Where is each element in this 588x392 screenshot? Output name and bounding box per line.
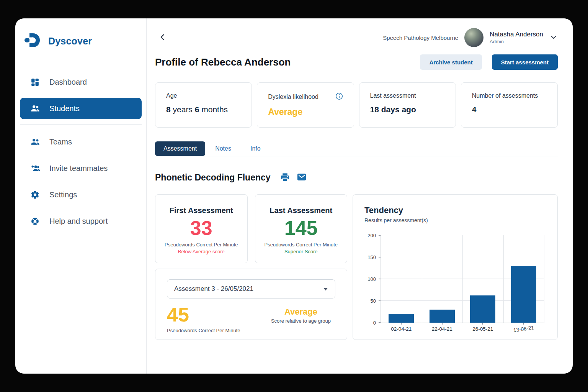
email-button[interactable] <box>296 172 307 184</box>
topbar: Speech Pathology Melbourne Natasha Ander… <box>155 18 558 48</box>
chevron-left-icon <box>158 33 167 43</box>
age-years-word: years <box>171 105 195 114</box>
stat-value-last-assessment: 18 days ago <box>370 105 445 114</box>
score-cards-row: First Assessment 33 Pseudowords Correct … <box>155 194 347 263</box>
chart-ytick-label: 150 <box>368 254 376 260</box>
desktop-background: { "brand": { "name": "Dyscover", "color"… <box>0 0 588 392</box>
chart-bar <box>470 295 495 323</box>
stat-card-age: Age 8 years 6 months <box>155 82 252 128</box>
tab-bar: Assessment Notes Info <box>155 141 558 156</box>
tab-info[interactable]: Info <box>241 141 270 156</box>
sidebar-item-dashboard[interactable]: Dashboard <box>20 71 142 93</box>
info-icon <box>335 92 343 101</box>
sidebar-item-invite-teammates[interactable]: Invite teammates <box>20 157 142 179</box>
user-name: Natasha Anderson <box>490 30 543 38</box>
page-title: Profile of Rebecca Anderson <box>155 56 291 68</box>
first-assessment-card: First Assessment 33 Pseudowords Correct … <box>155 194 248 263</box>
stat-label: Age <box>166 92 241 99</box>
chevron-down-icon <box>550 34 557 42</box>
score-unit: Pseudowords Correct Per Minute <box>160 241 243 248</box>
stat-value-age: 8 years 6 months <box>166 105 241 114</box>
chart-xtick-mark <box>442 323 443 325</box>
tab-notes[interactable]: Notes <box>206 141 240 156</box>
back-button[interactable] <box>155 30 170 45</box>
sidebar-divider <box>20 124 142 125</box>
tendency-chart-card: Tendency Results per assessment(s) 05010… <box>353 194 558 340</box>
sidebar-item-label: Settings <box>49 190 77 199</box>
stat-cards: Age 8 years 6 months Dyslexia likelihood <box>155 82 558 128</box>
chart-plot: 05010015020002-04-2122-04-2126-05-2113-0… <box>381 235 544 323</box>
score-rating: Below Average score <box>160 249 243 254</box>
selected-assessment-card: Assessment 3 - 26/05/2021 45 Pseudowords… <box>155 269 347 340</box>
stat-value-dyslexia: Average <box>268 107 343 117</box>
students-icon <box>30 103 40 114</box>
assessment-select[interactable]: Assessment 3 - 26/05/2021 <box>167 279 335 299</box>
stat-card-last-assessment: Last assessment 18 days ago <box>359 82 456 128</box>
selected-rating-block: Average Score relative to age group <box>266 305 335 325</box>
chart-ytick-label: 100 <box>368 276 376 282</box>
sidebar-item-label: Teams <box>49 138 72 146</box>
card-title: First Assessment <box>160 206 243 215</box>
chart-gridline <box>422 235 422 323</box>
chart-ytick-label: 200 <box>368 233 376 238</box>
chart-ytick-mark <box>379 235 381 236</box>
sidebar-item-help[interactable]: Help and support <box>20 210 142 232</box>
sidebar-item-label: Dashboard <box>49 78 87 87</box>
chart-bar <box>430 310 455 323</box>
stat-card-assessment-count: Number of assessments 4 <box>461 82 558 128</box>
stat-label: Last assessment <box>370 92 445 99</box>
chart-ytick-mark <box>379 300 381 301</box>
section-heading-row: Phonetic Decoding Fluency <box>155 172 558 184</box>
info-button[interactable] <box>335 92 343 101</box>
selected-rating-caption: Score relative to age group <box>266 318 335 325</box>
archive-student-button[interactable]: Archive student <box>420 54 482 70</box>
chart-xtick-label: 22-04-21 <box>432 326 452 332</box>
start-assessment-button[interactable]: Start assessment <box>492 54 558 70</box>
stat-card-dyslexia-likelihood: Dyslexia likelihood Average <box>257 82 354 128</box>
caret-down-icon <box>323 285 328 293</box>
gear-icon <box>30 190 40 200</box>
sidebar-item-label: Invite teammates <box>49 164 108 173</box>
user-role: Admin <box>490 39 543 45</box>
organization-name: Speech Pathology Melbourne <box>383 34 458 41</box>
card-title: Last Assessment <box>260 206 343 215</box>
score-unit: Pseudowords Correct Per Minute <box>260 241 343 248</box>
chart-ytick-label: 50 <box>371 298 376 304</box>
printer-icon <box>280 172 290 184</box>
title-row: Profile of Rebecca Anderson Archive stud… <box>155 54 558 70</box>
score-unit: Pseudowords Correct Per Minute <box>167 328 240 333</box>
last-assessment-score: 145 <box>260 218 343 238</box>
avatar[interactable] <box>464 28 483 47</box>
chart-bar <box>389 314 414 323</box>
age-years-number: 8 <box>166 105 171 114</box>
chart-xtick-mark <box>523 323 524 325</box>
stat-value-assessment-count: 4 <box>472 105 547 114</box>
chart-ytick-mark <box>379 279 381 279</box>
print-button[interactable] <box>280 172 290 184</box>
selected-score-block: 45 Pseudowords Correct Per Minute <box>167 305 240 333</box>
stat-label: Dyslexia likelihood <box>268 93 318 100</box>
dashboard-icon <box>30 77 40 87</box>
tab-assessment[interactable]: Assessment <box>155 141 205 156</box>
sidebar-item-teams[interactable]: Teams <box>20 131 142 153</box>
sidebar-nav: Dashboard Students <box>15 71 146 232</box>
assessment-content: First Assessment 33 Pseudowords Correct … <box>155 194 558 340</box>
user-menu-button[interactable] <box>549 33 558 43</box>
section-heading: Phonetic Decoding Fluency <box>155 172 271 183</box>
last-assessment-card: Last Assessment 145 Pseudowords Correct … <box>255 194 348 263</box>
stat-label: Number of assessments <box>472 92 547 99</box>
mail-icon <box>296 172 307 184</box>
age-months-number: 6 <box>195 105 199 114</box>
chart-xtick-label: 02-04-21 <box>391 326 412 332</box>
sidebar-item-settings[interactable]: Settings <box>20 184 142 205</box>
age-months-word: months <box>199 105 228 114</box>
brand[interactable]: Dyscover <box>15 33 146 49</box>
chart-title: Tendency <box>364 205 546 215</box>
app-window: Dyscover Dashboard <box>15 18 573 374</box>
score-rating: Superior Score <box>260 249 343 254</box>
sidebar-item-students[interactable]: Students <box>20 98 142 119</box>
chart-xtick-mark <box>401 323 402 325</box>
chart-bar <box>511 266 536 323</box>
first-assessment-score: 33 <box>160 218 243 238</box>
chart-gridline <box>503 235 504 323</box>
